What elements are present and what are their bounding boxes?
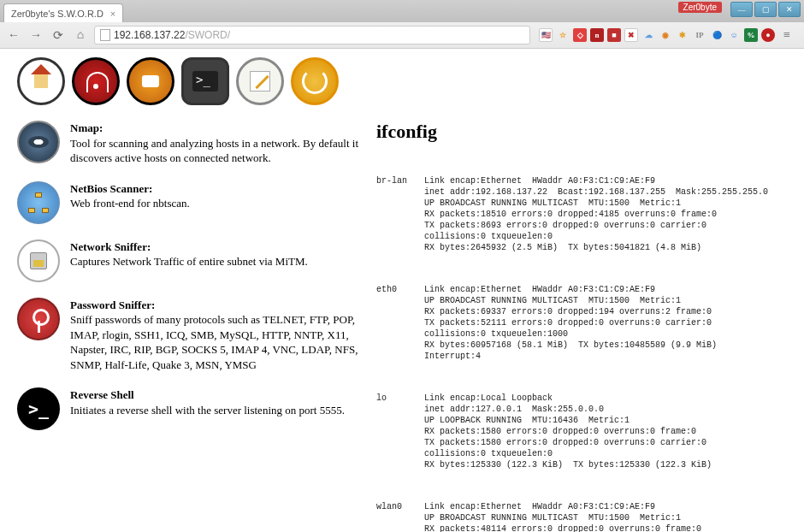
- sniffer-icon: [17, 239, 60, 282]
- ext-icon-n[interactable]: n: [590, 28, 604, 42]
- ext-icon-2[interactable]: ■: [607, 28, 621, 42]
- ext-icon-pct[interactable]: %: [744, 28, 758, 42]
- shell-icon: >_: [17, 387, 60, 430]
- main-area: Nmap: Tool for scanning and analyzing ho…: [17, 121, 787, 532]
- sidebar-text: Nmap: Tool for scanning and analyzing ho…: [70, 121, 359, 166]
- iface-name: eth0: [376, 284, 424, 362]
- output-title: ifconfig: [376, 121, 787, 143]
- sidebar-item-netbios[interactable]: NetBios Scanner: Web front-end for nbtsc…: [17, 181, 359, 224]
- browser-tab[interactable]: Zer0byte's S.W.O.R.D ×: [3, 3, 123, 22]
- iface-body: Link encap:Local Loopback inet addr:127.…: [424, 393, 712, 470]
- sidebar: Nmap: Tool for scanning and analyzing ho…: [17, 121, 359, 532]
- sidebar-desc: Initiates a reverse shell with the serve…: [70, 404, 345, 417]
- sidebar-item-sniffer[interactable]: Network Sniffer: Captures Network Traffi…: [17, 239, 359, 282]
- sync-icon[interactable]: [291, 57, 339, 105]
- page-content: >_ Nmap: Tool for scanning and analyzing…: [0, 49, 804, 532]
- url-bar[interactable]: 192.168.137.22/SWORD/: [94, 26, 530, 44]
- sidebar-title: Reverse Shell: [70, 388, 134, 401]
- sidebar-text: NetBios Scanner: Web front-end for nbtsc…: [70, 181, 190, 224]
- sidebar-desc: Tool for scanning and analyzing hosts in…: [70, 137, 358, 165]
- ext-icon-x[interactable]: ✖: [624, 28, 638, 42]
- sidebar-desc: Sniff passwords of many protocols such a…: [70, 313, 358, 371]
- flag-icon[interactable]: 🇺🇸: [539, 28, 553, 42]
- tab-title: Zer0byte's S.W.O.R.D: [11, 9, 103, 19]
- sidebar-item-shell[interactable]: >_ Reverse Shell Initiates a reverse she…: [17, 387, 359, 430]
- cloud-icon[interactable]: ☁: [641, 28, 655, 42]
- sidebar-text: Reverse Shell Initiates a reverse shell …: [70, 387, 345, 430]
- browser-chrome: Zer0byte's S.W.O.R.D × Zer0byte — ▢ ✕ ← …: [0, 0, 804, 49]
- edit-icon[interactable]: [236, 57, 284, 105]
- output-panel: ifconfig br-lan Link encap:Ethernet HWad…: [376, 121, 787, 532]
- star-icon[interactable]: ☆: [556, 28, 570, 42]
- ext-icon-1[interactable]: ◇: [573, 28, 587, 42]
- output-block: br-lan Link encap:Ethernet HWaddr A0:F3:…: [376, 153, 787, 532]
- nmap-icon: [17, 121, 60, 163]
- iface-body: Link encap:Ethernet HWaddr A0:F3:C1:C9:A…: [424, 284, 717, 362]
- iface-row: wlan0 Link encap:Ethernet HWaddr A0:F3:C…: [376, 501, 787, 532]
- ext-icon-ip[interactable]: IP: [693, 28, 706, 42]
- sidebar-title: Network Sniffer:: [70, 240, 151, 253]
- url-path: /SWORD/: [185, 29, 230, 41]
- terminal-icon[interactable]: >_: [181, 57, 229, 105]
- reload-button[interactable]: ⟳: [50, 27, 67, 44]
- password-icon: [17, 298, 60, 340]
- back-button[interactable]: ←: [5, 27, 22, 44]
- sidebar-title: NetBios Scanner:: [70, 182, 152, 195]
- iface-row: lo Link encap:Local Loopback inet addr:1…: [376, 393, 787, 470]
- tab-bar: Zer0byte's S.W.O.R.D × Zer0byte — ▢ ✕: [0, 0, 804, 22]
- sidebar-item-password[interactable]: Password Sniffer: Sniff passwords of man…: [17, 298, 359, 373]
- ext-icon-3[interactable]: ◉: [659, 28, 672, 42]
- sidebar-desc: Captures Network Traffic of entire subne…: [70, 255, 308, 268]
- nav-bar: ← → ⟳ ⌂ 192.168.137.22/SWORD/ 🇺🇸 ☆ ◇ n ■…: [0, 22, 804, 48]
- iface-name: lo: [376, 393, 424, 470]
- iface-row: eth0 Link encap:Ethernet HWaddr A0:F3:C1…: [376, 284, 787, 362]
- sidebar-text: Network Sniffer: Captures Network Traffi…: [70, 239, 308, 282]
- router-icon[interactable]: [127, 57, 174, 105]
- iface-name: br-lan: [376, 175, 424, 253]
- tab-close-icon[interactable]: ×: [110, 9, 115, 19]
- url-host: 192.168.137.22: [114, 29, 185, 41]
- ext-icon-5[interactable]: 🔵: [710, 28, 724, 42]
- home-button[interactable]: ⌂: [72, 27, 89, 44]
- sidebar-desc: Web front-end for nbtscan.: [70, 197, 190, 210]
- user-badge[interactable]: Zer0byte: [678, 2, 722, 13]
- minimize-button[interactable]: —: [730, 2, 753, 17]
- close-button[interactable]: ✕: [778, 2, 801, 17]
- window-controls: — ▢ ✕: [730, 2, 801, 17]
- sidebar-item-nmap[interactable]: Nmap: Tool for scanning and analyzing ho…: [17, 121, 359, 166]
- iface-row: br-lan Link encap:Ethernet HWaddr A0:F3:…: [376, 175, 787, 253]
- home-icon[interactable]: [17, 57, 65, 105]
- menu-button[interactable]: ≡: [778, 27, 795, 44]
- forward-button[interactable]: →: [27, 27, 44, 44]
- wifi-icon[interactable]: [72, 57, 120, 105]
- iface-body: Link encap:Ethernet HWaddr A0:F3:C1:C9:A…: [424, 501, 712, 532]
- sidebar-title: Password Sniffer:: [70, 299, 155, 311]
- ext-icon-4[interactable]: ✱: [676, 28, 689, 42]
- netbios-icon: [17, 181, 60, 224]
- iface-body: Link encap:Ethernet HWaddr A0:F3:C1:C9:A…: [424, 175, 768, 253]
- app-toolbar: >_: [17, 57, 787, 105]
- iface-name: wlan0: [376, 501, 424, 532]
- ext-icon-6[interactable]: ☺: [727, 28, 741, 42]
- maximize-button[interactable]: ▢: [754, 2, 777, 17]
- page-icon: [100, 29, 110, 41]
- extension-icons: 🇺🇸 ☆ ◇ n ■ ✖ ☁ ◉ ✱ IP 🔵 ☺ % ● ≡: [535, 27, 799, 44]
- sidebar-title: Nmap:: [70, 121, 103, 134]
- adblock-icon[interactable]: ●: [761, 28, 775, 42]
- sidebar-text: Password Sniffer: Sniff passwords of man…: [70, 298, 359, 373]
